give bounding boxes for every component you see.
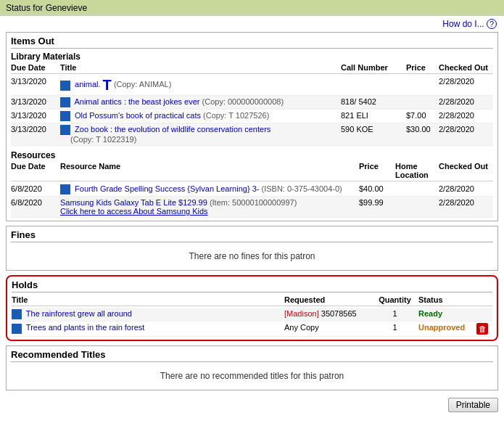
- hold-quantity: 1: [371, 323, 418, 332]
- lm-call-number: 818/ 5402: [341, 97, 406, 106]
- library-materials-col-headers: Due Date Title Call Number Price Checked…: [11, 63, 493, 74]
- hold-quantity: 1: [371, 309, 418, 318]
- table-row: Trees and plants in the rain forest Any …: [12, 322, 492, 337]
- res-col-due: Due Date: [11, 162, 60, 179]
- fines-section: Fines There are no fines for this patron: [6, 226, 498, 271]
- samsung-access-link[interactable]: Click here to access About Samsung Kids: [60, 207, 208, 216]
- fines-header: Fines: [11, 229, 493, 242]
- item-title-link[interactable]: animal. T: [75, 80, 112, 89]
- lm-col-call: Call Number: [341, 63, 406, 72]
- book-icon: [60, 125, 70, 135]
- table-row: 3/13/2020 Zoo book : the evolution of wi…: [11, 123, 493, 146]
- res-col-home: Home Location: [395, 162, 439, 179]
- lm-col-cout: Checked Out: [439, 63, 493, 72]
- holds-col-action: [476, 295, 492, 304]
- table-row: 6/8/2020 Samsung Kids Galaxy Tab E Lite …: [11, 197, 493, 218]
- lm-due-date: 3/13/2020: [11, 77, 60, 86]
- resources-col-headers: Due Date Resource Name Price Home Locati…: [11, 162, 493, 181]
- holds-col-requested: Requested: [284, 295, 371, 304]
- large-T: T: [103, 77, 112, 93]
- lm-col-price: Price: [406, 63, 439, 72]
- holds-col-quantity: Quantity: [371, 295, 418, 304]
- lm-title-cell: Animal antics : the beast jokes ever (Co…: [60, 97, 341, 107]
- table-row: 3/13/2020 Animal antics : the beast joke…: [11, 96, 493, 110]
- holds-col-title: Title: [12, 295, 284, 304]
- hold-title-link[interactable]: Trees and plants in the rain forest: [26, 323, 144, 332]
- book-icon: [60, 81, 70, 91]
- title-bar-text: Status for Genevieve: [6, 3, 87, 13]
- item-title-link[interactable]: Old Possum's book of practical cats: [75, 111, 201, 120]
- res-price: $40.00: [359, 184, 395, 193]
- hold-requested: [Madison] 35078565: [284, 309, 371, 318]
- items-out-header: Items Out: [11, 36, 493, 49]
- how-do-i-link[interactable]: How do I... ?: [442, 19, 497, 29]
- delete-icon[interactable]: 🗑: [476, 323, 488, 335]
- book-icon: [12, 324, 22, 334]
- book-icon: [60, 111, 70, 121]
- item-copy-info: (Copy: T 1027526): [203, 111, 269, 120]
- res-due-date: 6/8/2020: [11, 184, 60, 193]
- hold-title-link[interactable]: The rainforest grew all around: [26, 309, 132, 318]
- holds-header: Holds: [12, 279, 492, 292]
- holds-col-headers: Title Requested Quantity Status: [12, 295, 492, 306]
- resources-header: Resources: [11, 150, 493, 160]
- res-price: $99.99: [359, 198, 395, 207]
- lm-col-title: Title: [60, 63, 341, 72]
- lm-due-date: 3/13/2020: [11, 111, 60, 120]
- item-copy-info: (Copy: 000000000008): [202, 97, 284, 106]
- res-col-price: Price: [359, 162, 395, 179]
- resource-title-link[interactable]: Fourth Grade Spelling Success {Sylvan Le…: [75, 184, 259, 193]
- item-copy-info: (Copy: T 1022319): [60, 135, 136, 144]
- holds-col-status: Status: [418, 295, 476, 304]
- lm-due-date: 3/13/2020: [11, 125, 60, 134]
- fines-empty-message: There are no fines for this patron: [11, 245, 493, 267]
- item-copy-info: (Copy: ANIMAL): [114, 80, 171, 89]
- lm-title-cell: animal. T (Copy: ANIMAL): [60, 77, 341, 94]
- lm-call-number: 821 ELI: [341, 111, 406, 120]
- recommended-titles-empty-message: There are no recommended titles for this…: [11, 365, 493, 387]
- hold-delete-action[interactable]: 🗑: [476, 323, 492, 335]
- res-col-name: Resource Name: [60, 162, 359, 179]
- book-icon: [60, 97, 70, 107]
- hold-requested: Any Copy: [284, 323, 371, 332]
- lm-checked-out: 2/28/2020: [439, 111, 493, 120]
- lm-due-date: 3/13/2020: [11, 97, 60, 106]
- lm-title-cell: Zoo book : the evolution of wildlife con…: [60, 125, 341, 144]
- hold-title-cell: Trees and plants in the rain forest: [12, 323, 284, 333]
- items-out-section: Items Out Library Materials Due Date Tit…: [6, 32, 498, 221]
- recommended-titles-header: Recommended Titles: [11, 349, 493, 362]
- lm-col-due: Due Date: [11, 63, 60, 72]
- hold-status-unapproved: Unapproved: [418, 323, 476, 332]
- resource-isbn: (ISBN: 0-375-43004-0): [262, 184, 342, 193]
- hold-barcode: 35078565: [321, 309, 357, 318]
- res-checked-out: 2/28/2020: [439, 198, 493, 207]
- book-icon: [60, 184, 70, 195]
- table-row: 3/13/2020 animal. T (Copy: ANIMAL) 2/28/…: [11, 75, 493, 96]
- hold-location-link[interactable]: [Madison]: [284, 309, 319, 318]
- how-do-i-bar: How do I... ?: [0, 16, 504, 32]
- table-row: 6/8/2020 Fourth Grade Spelling Success {…: [11, 183, 493, 197]
- resource-title-link[interactable]: Samsung Kids Galaxy Tab E Lite $129.99: [60, 198, 207, 207]
- item-title-link[interactable]: Animal antics : the beast jokes ever: [74, 97, 199, 106]
- lm-checked-out: 2/28/2020: [439, 77, 493, 86]
- lm-price: $30.00: [406, 125, 439, 134]
- hold-title-cell: The rainforest grew all around: [12, 309, 284, 319]
- lm-checked-out: 2/28/2020: [439, 125, 493, 134]
- item-title-link[interactable]: Zoo book : the evolution of wildlife con…: [75, 125, 270, 134]
- bottom-bar: Printable: [0, 395, 504, 415]
- table-row: The rainforest grew all around [Madison]…: [12, 308, 492, 322]
- title-bar: Status for Genevieve: [0, 0, 504, 16]
- book-icon: [12, 309, 22, 319]
- res-due-date: 6/8/2020: [11, 198, 60, 207]
- res-name-cell: Samsung Kids Galaxy Tab E Lite $129.99 (…: [60, 198, 359, 216]
- lm-title-cell: Old Possum's book of practical cats (Cop…: [60, 111, 341, 121]
- lm-price: $7.00: [406, 111, 439, 120]
- printable-button[interactable]: Printable: [448, 398, 498, 412]
- help-circle-icon[interactable]: ?: [487, 19, 497, 29]
- recommended-titles-section: Recommended Titles There are no recommen…: [6, 345, 498, 390]
- res-checked-out: 2/28/2020: [439, 184, 493, 193]
- holds-section: Holds Title Requested Quantity Status Th…: [6, 275, 498, 341]
- lm-call-number: 590 KOE: [341, 125, 406, 134]
- table-row: 3/13/2020 Old Possum's book of practical…: [11, 110, 493, 123]
- resource-item: (Item: 50000100000997): [210, 198, 297, 207]
